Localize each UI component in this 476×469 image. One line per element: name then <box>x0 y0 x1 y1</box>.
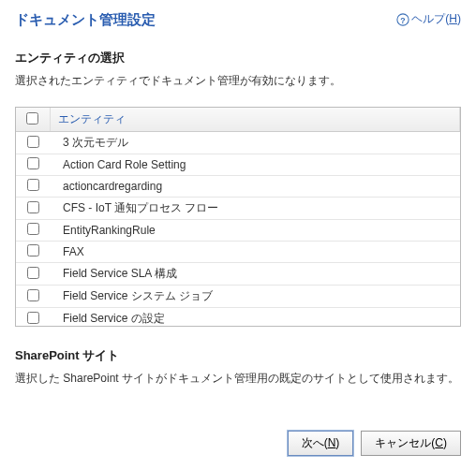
entity-section: エンティティの選択 選択されたエンティティでドキュメント管理が有効になります。 … <box>15 50 461 327</box>
row-entity-name: CFS - IoT 通知プロセス フロー <box>50 198 460 220</box>
row-entity-name: EntityRankingRule <box>50 220 460 242</box>
entity-column-header[interactable]: エンティティ <box>50 108 460 132</box>
help-label: ヘルプ(H) <box>411 11 461 27</box>
cancel-button[interactable]: キャンセル(C) <box>361 431 461 456</box>
table-row[interactable]: 3 次元モデル <box>16 132 460 154</box>
entity-section-desc: 選択されたエンティティでドキュメント管理が有効になります。 <box>15 72 461 90</box>
row-checkbox[interactable] <box>27 157 39 169</box>
table-row[interactable]: EntityRankingRule <box>16 220 460 242</box>
row-checkbox[interactable] <box>27 223 39 235</box>
row-checkbox-cell <box>16 132 50 154</box>
select-all-checkbox[interactable] <box>26 112 38 125</box>
entity-table: エンティティ 3 次元モデルAction Card Role Settingac… <box>16 108 460 327</box>
row-entity-name: Field Service の設定 <box>50 308 460 328</box>
sharepoint-section-title: SharePoint サイト <box>15 347 461 364</box>
row-checkbox-cell <box>16 286 50 308</box>
help-icon: ? <box>396 13 409 26</box>
table-row[interactable]: CFS - IoT 通知プロセス フロー <box>16 198 460 220</box>
row-checkbox-cell <box>16 308 50 328</box>
table-row[interactable]: Field Service の設定 <box>16 308 460 328</box>
row-entity-name: Action Card Role Setting <box>50 154 460 176</box>
header: ドキュメント管理設定 ? ヘルプ(H) <box>15 11 461 29</box>
row-entity-name: actioncardregarding <box>50 176 460 198</box>
row-checkbox-cell <box>16 263 50 286</box>
row-checkbox[interactable] <box>27 312 39 324</box>
sharepoint-section-desc: 選択した SharePoint サイトがドキュメント管理用の既定のサイトとして使… <box>15 370 461 388</box>
entity-table-container[interactable]: エンティティ 3 次元モデルAction Card Role Settingac… <box>15 107 461 327</box>
page-title: ドキュメント管理設定 <box>15 11 156 29</box>
row-checkbox-cell <box>16 242 50 263</box>
row-checkbox-cell <box>16 154 50 176</box>
row-checkbox[interactable] <box>27 179 39 191</box>
button-bar: 次へ(N) キャンセル(C) <box>288 431 461 456</box>
row-checkbox-cell <box>16 220 50 242</box>
help-link[interactable]: ? ヘルプ(H) <box>396 11 461 27</box>
row-entity-name: Field Service システム ジョブ <box>50 286 460 308</box>
table-row[interactable]: FAX <box>16 242 460 263</box>
table-row[interactable]: actioncardregarding <box>16 176 460 198</box>
table-row[interactable]: Field Service SLA 構成 <box>16 263 460 286</box>
row-entity-name: FAX <box>50 242 460 263</box>
row-checkbox[interactable] <box>27 267 39 279</box>
row-checkbox[interactable] <box>27 289 39 301</box>
svg-text:?: ? <box>401 15 406 24</box>
entity-section-title: エンティティの選択 <box>15 50 461 66</box>
select-all-header <box>16 108 50 132</box>
row-entity-name: 3 次元モデル <box>50 132 460 154</box>
row-checkbox[interactable] <box>27 201 39 213</box>
row-checkbox[interactable] <box>27 136 39 148</box>
row-entity-name: Field Service SLA 構成 <box>50 263 460 286</box>
sharepoint-section: SharePoint サイト 選択した SharePoint サイトがドキュメン… <box>15 347 461 388</box>
table-row[interactable]: Field Service システム ジョブ <box>16 286 460 308</box>
row-checkbox[interactable] <box>27 244 39 256</box>
table-row[interactable]: Action Card Role Setting <box>16 154 460 176</box>
row-checkbox-cell <box>16 198 50 220</box>
row-checkbox-cell <box>16 176 50 198</box>
next-button[interactable]: 次へ(N) <box>288 431 354 456</box>
